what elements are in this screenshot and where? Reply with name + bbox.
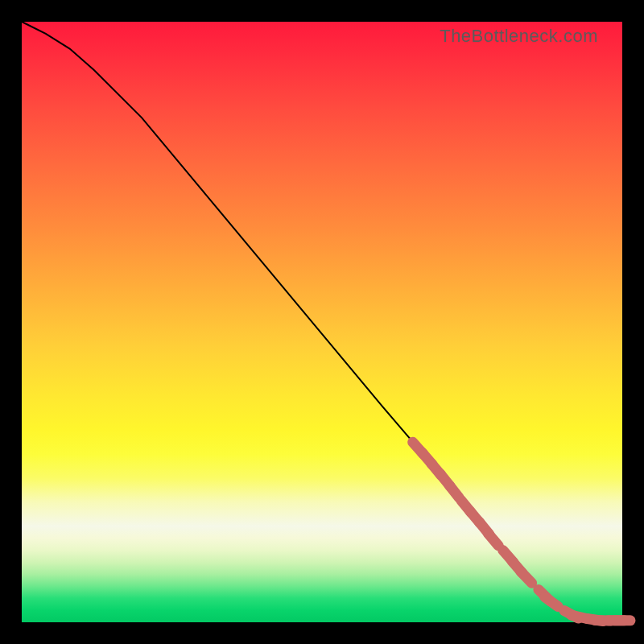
marker-group: [413, 442, 630, 621]
chart-frame: TheBottleneck.com: [0, 0, 644, 644]
data-marker: [545, 597, 558, 607]
chart-svg: [22, 22, 622, 622]
data-marker: [449, 485, 459, 498]
data-marker: [488, 533, 498, 545]
curve-line: [22, 22, 622, 621]
plot-area: TheBottleneck.com: [22, 22, 622, 622]
data-marker: [521, 572, 532, 584]
